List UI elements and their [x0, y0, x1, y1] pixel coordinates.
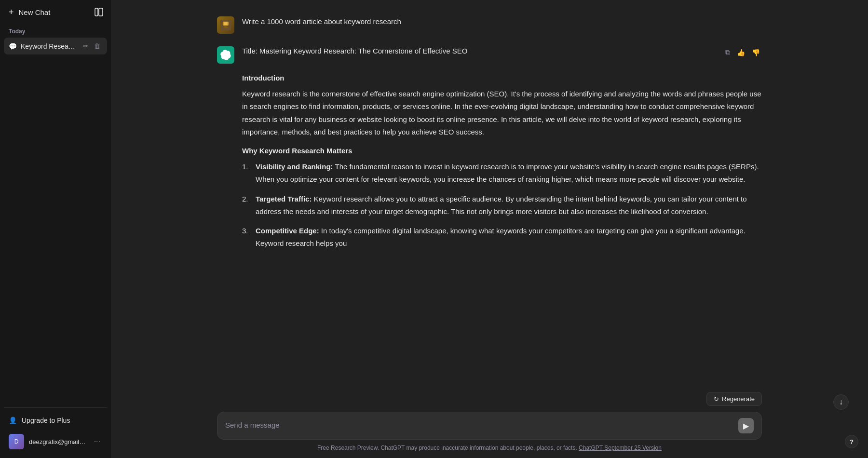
input-wrapper: ▶ [217, 412, 762, 440]
article-title: Title: Mastering Keyword Research: The C… [242, 45, 467, 57]
list-bold-3: Competitive Edge: [256, 227, 319, 235]
send-button[interactable]: ▶ [738, 418, 754, 433]
gpt-message-content: Title: Mastering Keyword Research: The C… [242, 45, 762, 257]
message-header: Title: Mastering Keyword Research: The C… [242, 45, 762, 65]
regenerate-icon: ↻ [714, 395, 719, 403]
send-icon: ▶ [743, 421, 749, 431]
gpt-avatar [217, 46, 234, 64]
avatar-image: D [9, 434, 24, 449]
list-item: 1. Visibility and Ranking: The fundament… [242, 161, 762, 186]
thumbup-button[interactable]: 👍 [735, 47, 747, 58]
chevron-down-icon: ↓ [839, 398, 843, 406]
chat-item-actions: ✏ 🗑 [81, 41, 102, 51]
user-avatar [217, 16, 234, 34]
svg-rect-0 [95, 8, 98, 16]
user-avatar-image [217, 16, 234, 34]
scroll-down-button[interactable]: ↓ [833, 394, 849, 410]
thumbdown-icon: 👎 [752, 49, 760, 56]
input-area: ▶ [111, 406, 868, 440]
regenerate-label: Regenerate [722, 395, 755, 403]
user-message-text: Write a 1000 word article about keyword … [242, 15, 762, 28]
intro-heading: Introduction [242, 72, 762, 84]
list-bold-2: Targeted Traffic: [256, 195, 312, 203]
new-chat-row: + New Chat [4, 4, 107, 20]
list-item: 3. Competitive Edge: In today's competit… [242, 225, 762, 250]
footer-text: Free Research Preview. ChatGPT may produ… [317, 445, 577, 451]
svg-rect-4 [224, 22, 227, 25]
user-more-button[interactable]: ··· [92, 436, 102, 447]
message-actions: ⧉ 👍 👎 [723, 46, 762, 58]
list-bold-1: Visibility and Ranking: [256, 162, 333, 171]
list-num-3: 3. [242, 225, 252, 250]
list-content-1: Visibility and Ranking: The fundamental … [256, 161, 762, 186]
message-input[interactable] [225, 420, 732, 431]
why-heading: Why Keyword Research Matters [242, 145, 762, 157]
chat-item-label: Keyword Research for S [21, 42, 77, 50]
list-content-2: Targeted Traffic: Keyword research allow… [256, 193, 762, 218]
sidebar-divider [4, 407, 107, 408]
chat-bubble-icon: 💬 [9, 42, 17, 50]
user-message-row: Write a 1000 word article about keyword … [111, 10, 868, 40]
chat-item[interactable]: 💬 Keyword Research for S ✏ 🗑 [4, 38, 107, 54]
user-message-content: Write a 1000 word article about keyword … [242, 15, 762, 34]
sidebar-bottom: 👤 Upgrade to Plus D deezgrafix@gmail.com… [4, 404, 107, 454]
why-list: 1. Visibility and Ranking: The fundament… [242, 161, 762, 250]
messages-area[interactable]: Write a 1000 word article about keyword … [111, 0, 868, 390]
footer: Free Research Preview. ChatGPT may produ… [111, 440, 868, 458]
user-email: deezgrafix@gmail.com [29, 438, 87, 445]
svg-rect-1 [99, 8, 103, 16]
regenerate-bar: ↻ Regenerate [111, 390, 868, 406]
sidebar: + New Chat Today 💬 Keyword Research for … [0, 0, 111, 458]
thumbdown-button[interactable]: 👎 [750, 47, 762, 58]
list-num-1: 1. [242, 161, 252, 186]
upgrade-icon: 👤 [9, 417, 17, 424]
list-num-2: 2. [242, 193, 252, 218]
list-item: 2. Targeted Traffic: Keyword research al… [242, 193, 762, 218]
copy-button[interactable]: ⧉ [723, 46, 732, 58]
plus-icon: + [9, 8, 14, 16]
intro-paragraph: Keyword research is the cornerstone of e… [242, 88, 762, 138]
new-chat-label: New Chat [19, 8, 51, 16]
edit-chat-button[interactable]: ✏ [81, 41, 90, 51]
main-content: Write a 1000 word article about keyword … [111, 0, 868, 458]
footer-link[interactable]: ChatGPT September 25 Version [579, 445, 662, 451]
today-section-label: Today [4, 26, 107, 38]
upgrade-button[interactable]: 👤 Upgrade to Plus [4, 412, 107, 429]
regenerate-button[interactable]: ↻ Regenerate [706, 392, 762, 406]
help-button[interactable]: ? [845, 435, 858, 448]
new-chat-button[interactable]: + New Chat [4, 4, 91, 20]
user-row[interactable]: D deezgrafix@gmail.com ··· [4, 429, 107, 454]
upgrade-label: Upgrade to Plus [22, 417, 70, 424]
avatar: D [9, 434, 24, 449]
delete-chat-button[interactable]: 🗑 [92, 41, 102, 51]
list-content-3: Competitive Edge: In today's competitive… [256, 225, 762, 250]
thumbup-icon: 👍 [737, 49, 745, 56]
gpt-message-row: Title: Mastering Keyword Research: The C… [111, 40, 868, 263]
help-icon: ? [850, 438, 854, 445]
sidebar-toggle-button[interactable] [91, 4, 107, 20]
copy-icon: ⧉ [725, 48, 730, 56]
